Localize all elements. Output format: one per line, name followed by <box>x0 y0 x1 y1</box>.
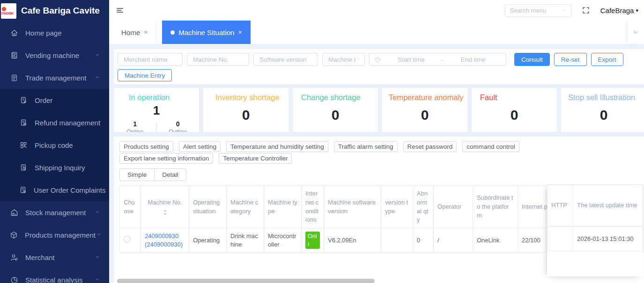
cell-http <box>548 227 573 251</box>
cell-operator: / <box>434 228 473 253</box>
col-internet-conditions: Internet conditions <box>302 186 324 228</box>
export-lane-setting-button[interactable]: Export lane setting information <box>119 153 213 164</box>
sidebar-nav: Home page Vending machine Trade manageme… <box>0 22 109 283</box>
view-toggle: Simple Detail <box>119 168 638 181</box>
date-range-picker[interactable]: Start time - End time <box>369 53 506 66</box>
trade-management-icon <box>9 73 19 82</box>
horizontal-scrollbar-track <box>117 279 641 283</box>
sidebar-item-user-order-complaints[interactable]: User Order Complaints <box>0 179 109 201</box>
stock-icon <box>9 208 19 217</box>
reset-password-button[interactable]: Reset password <box>403 141 457 152</box>
card-in-operation: In operation 1 1 Online 0 Outline <box>114 88 199 132</box>
page-title: Cafe Bariga Cavite <box>21 6 100 16</box>
user-menu[interactable]: CafeBraga ▾ <box>600 7 638 15</box>
sidebar-item-merchant[interactable]: Merchant <box>0 246 109 268</box>
alert-setting-button[interactable]: Alert setting <box>179 141 221 152</box>
sidebar-item-pickup-code[interactable]: Pickup code <box>0 134 109 156</box>
tab-home[interactable]: Home × <box>113 21 156 44</box>
tab-machine-situation[interactable]: Machine Situation × <box>162 21 250 44</box>
user-name: CafeBraga <box>600 7 634 15</box>
tab-list-chevron[interactable] <box>628 21 644 44</box>
card-inventory-shortage: Inventory shortage 0 <box>203 88 289 132</box>
command-control-button[interactable]: command control <box>462 141 519 152</box>
col-latest-update: The latest update time <box>573 185 643 227</box>
machine-no-input[interactable] <box>187 53 249 66</box>
sidebar-item-statistical-analysis[interactable]: Statistical analysis <box>0 268 109 283</box>
online-status-badge: Onli <box>305 232 320 249</box>
simple-view-button[interactable]: Simple <box>119 168 154 181</box>
table-panel: Products setting Alert setting Temperatu… <box>114 137 644 283</box>
tab-close-icon[interactable]: × <box>238 29 242 36</box>
caret-down-icon: ▾ <box>636 7 638 14</box>
start-time-placeholder: Start time <box>383 56 439 63</box>
card-title: Fault <box>472 93 557 102</box>
fullscreen-icon[interactable] <box>582 6 590 15</box>
app-logo: ITADISH Cafe Bariga Cavite <box>0 0 109 22</box>
sidebar-item-vending-machine[interactable]: Vending machine <box>0 44 109 66</box>
col-choose: Choose <box>120 186 141 228</box>
sidebar-item-home-page[interactable]: Home page <box>0 22 109 44</box>
menu-toggle-icon[interactable] <box>115 5 125 15</box>
status-cards: In operation 1 1 Online 0 Outline <box>114 88 644 132</box>
machine-type-select[interactable]: Machine t <box>322 53 365 66</box>
merchant-icon <box>9 253 19 262</box>
machine-no-link[interactable]: 2409000930 <box>145 232 185 240</box>
sidebar-item-stock-management[interactable]: Stock management <box>0 201 109 224</box>
horizontal-scrollbar-thumb[interactable] <box>117 279 375 283</box>
col-abnormal-qty: Abnormal qty <box>413 186 434 228</box>
software-version-input[interactable] <box>253 53 318 66</box>
machine-no-alias[interactable]: (2409000930) <box>145 240 185 249</box>
traffic-alarm-setting-button[interactable]: Traffic alarm setting <box>334 141 398 152</box>
cell-machine-category: Drink machine <box>227 228 264 253</box>
col-machine-no[interactable]: Machine No. <box>141 186 189 228</box>
tab-close-icon[interactable]: × <box>144 29 148 36</box>
merchant-name-input[interactable] <box>118 53 183 66</box>
sidebar-item-products-management[interactable]: Products management <box>0 224 109 246</box>
row-radio[interactable] <box>124 236 131 243</box>
logo-image: ITADISH <box>1 3 16 19</box>
machine-entry-button[interactable]: Machine Entry <box>118 69 172 81</box>
chevron-down-icon <box>94 276 101 283</box>
card-value: 0 <box>382 102 467 128</box>
online-outline-split: 1 Online 0 Outline <box>114 120 199 132</box>
end-time-placeholder: End time <box>445 56 501 63</box>
page-content: Machine t Start time - End time Consult … <box>109 44 644 283</box>
chevron-down-icon <box>94 209 101 217</box>
home-icon <box>9 28 19 37</box>
sidebar-item-refund-management[interactable]: Refund management <box>0 111 109 134</box>
complaints-icon <box>19 185 27 195</box>
consult-button[interactable]: Consult <box>514 53 550 66</box>
products-icon <box>9 230 18 239</box>
cell-abnormal-qty: 0 <box>413 228 434 253</box>
cell-version-type <box>381 228 413 253</box>
card-title: In operation <box>114 93 199 102</box>
order-icon <box>19 95 28 105</box>
sidebar-item-shipping-inquiry[interactable]: Shipping Inquiry <box>0 156 109 179</box>
sidebar-item-trade-management[interactable]: Trade management <box>0 66 109 89</box>
card-title: Stop sell Illustration <box>561 93 644 102</box>
search-menu-select[interactable]: Search menu <box>505 4 571 17</box>
cell-latest-update: 2026-01-13 15:01:30 <box>573 227 643 251</box>
action-buttons: Products setting Alert setting Temperatu… <box>119 141 638 164</box>
cell-platform: OneLink <box>473 228 518 253</box>
col-machine-category: Machine category <box>227 186 264 228</box>
pickup-code-icon <box>19 140 28 150</box>
col-machine-type: Machine type <box>264 186 302 228</box>
temperature-humidity-setting-button[interactable]: Temperature and humidity setting <box>226 141 328 152</box>
tab-bar: Home × Machine Situation × <box>109 21 644 44</box>
chevron-up-icon <box>94 74 101 82</box>
chevron-down-icon <box>94 254 101 261</box>
reset-button[interactable]: Re-set <box>554 53 587 66</box>
detail-view-button[interactable]: Detail <box>154 168 186 181</box>
card-value: 0 <box>293 102 378 128</box>
export-button[interactable]: Export <box>591 53 623 66</box>
sidebar-item-order[interactable]: Order <box>0 89 109 111</box>
sort-icon[interactable] <box>163 209 168 216</box>
temperature-controller-button[interactable]: Temperature Controller <box>219 153 292 164</box>
refund-icon <box>19 118 28 127</box>
products-setting-button[interactable]: Products setting <box>119 141 173 152</box>
card-value: 0 <box>203 102 289 128</box>
sidebar: ITADISH Cafe Bariga Cavite Home page Ven… <box>0 0 109 283</box>
statistics-icon <box>9 275 19 283</box>
fixed-right-columns: HTTP The latest update time 2026-01-13 1… <box>547 184 643 276</box>
